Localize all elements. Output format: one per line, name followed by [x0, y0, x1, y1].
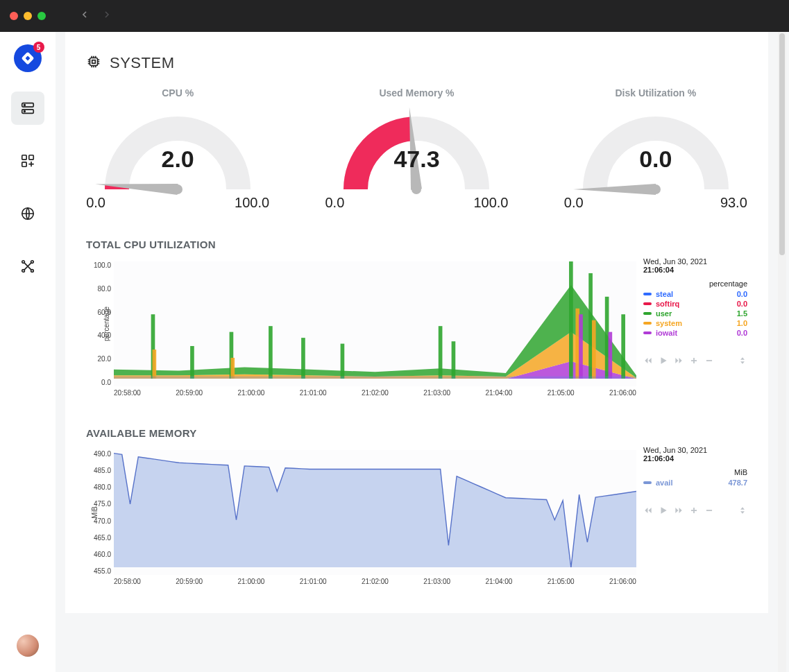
gauge-max: 100.0 [235, 195, 269, 211]
svg-point-17 [173, 184, 183, 194]
zoom-in-button[interactable] [689, 506, 699, 517]
sidebar-item-nodes[interactable] [11, 92, 44, 125]
y-ticks: 490.0485.0480.0475.0470.0465.0460.0455.0 [86, 450, 111, 575]
svg-rect-40 [114, 377, 636, 379]
legend-item[interactable]: iowait0.0 [643, 328, 747, 338]
svg-point-3 [24, 105, 25, 106]
gauge-value: 0.0 [552, 146, 760, 173]
chart-title: AVAILABLE MEMORY [86, 427, 747, 439]
svg-rect-8 [22, 162, 26, 166]
gauge-min: 0.0 [86, 195, 105, 211]
legend-date: Wed, Jun 30, 2021 [643, 257, 747, 266]
svg-rect-31 [153, 350, 157, 379]
legend-item[interactable]: softirq0.0 [643, 299, 747, 309]
gauge-memory: Used Memory % 47.3 0.0 100.0 [312, 87, 520, 211]
brand-logo[interactable]: 5 [14, 44, 42, 72]
rewind-button[interactable] [643, 356, 653, 367]
svg-rect-39 [452, 341, 456, 379]
svg-marker-16 [95, 184, 178, 195]
svg-point-11 [31, 261, 33, 264]
legend-time: 21:06:04 [643, 454, 747, 463]
sidebar-item-web[interactable] [11, 197, 44, 230]
svg-rect-28 [609, 332, 613, 379]
main-content: SYSTEM CPU % 2.0 0.0 100.0 Used Memory %… [56, 32, 789, 672]
nav-forward-button[interactable] [101, 9, 112, 23]
chart-plot-area[interactable]: percentage 100.080.060.040.020.00.0 [114, 261, 636, 386]
svg-rect-38 [439, 326, 443, 379]
svg-rect-15 [92, 60, 96, 64]
svg-point-21 [651, 184, 661, 194]
chart-cpu-utilization: TOTAL CPU UTILIZATION percentage 100.080… [65, 225, 768, 397]
legend-unit: MiB [643, 468, 747, 476]
nav-arrows [79, 9, 112, 23]
window-close-button[interactable] [10, 12, 18, 20]
sidebar: 5 [0, 32, 56, 672]
legend-item[interactable]: avail478.7 [643, 478, 747, 488]
svg-point-10 [22, 261, 24, 264]
gauge-min: 0.0 [564, 195, 584, 211]
sidebar-item-network[interactable] [11, 250, 44, 283]
chart-controls [643, 356, 747, 367]
nav-back-button[interactable] [79, 9, 90, 23]
gauge-value: 2.0 [74, 146, 282, 173]
svg-rect-24 [579, 314, 583, 379]
legend-item[interactable]: user1.5 [643, 309, 747, 318]
cpu-icon [86, 54, 101, 72]
window-titlebar [0, 0, 789, 32]
chart-legend: Wed, Jun 30, 2021 21:06:04 MiB avail478.… [643, 446, 747, 585]
legend-item[interactable]: system1.0 [643, 318, 747, 328]
avatar[interactable] [17, 635, 39, 657]
zoom-out-button[interactable] [704, 506, 714, 517]
scrollbar-thumb[interactable] [779, 33, 785, 255]
window-minimize-button[interactable] [24, 12, 32, 20]
svg-rect-7 [28, 155, 33, 160]
svg-rect-37 [341, 344, 345, 379]
zoom-in-button[interactable] [689, 356, 699, 367]
legend-unit: percentage [643, 279, 747, 288]
gauge-disk: Disk Utilization % 0.0 0.0 93.0 [552, 87, 760, 211]
chart-controls [643, 506, 747, 517]
svg-rect-32 [190, 346, 194, 379]
svg-point-13 [31, 270, 33, 273]
legend-time: 21:06:04 [643, 266, 747, 274]
svg-rect-36 [301, 338, 305, 379]
gauge-cpu: CPU % 2.0 0.0 100.0 [74, 87, 282, 211]
svg-point-12 [22, 270, 24, 273]
window-controls [10, 12, 46, 20]
svg-rect-6 [22, 155, 26, 160]
svg-rect-22 [569, 261, 573, 379]
svg-rect-34 [230, 358, 235, 379]
forward-button[interactable] [674, 506, 684, 517]
x-ticks: 20:58:0020:59:0021:00:0021:01:0021:02:00… [114, 578, 636, 585]
svg-rect-14 [90, 58, 98, 66]
window-maximize-button[interactable] [37, 12, 46, 20]
svg-rect-35 [269, 326, 273, 379]
zoom-out-button[interactable] [704, 356, 714, 367]
svg-rect-26 [592, 320, 596, 379]
gauge-value: 47.3 [312, 146, 520, 173]
play-button[interactable] [659, 356, 668, 367]
gauge-min: 0.0 [325, 195, 344, 211]
scrollbar[interactable] [778, 32, 786, 672]
rewind-button[interactable] [643, 506, 653, 517]
sort-button[interactable] [738, 356, 747, 367]
chart-plot-area[interactable]: MiB 490.0485.0480.0475.0470.0465.0460.04… [114, 450, 636, 575]
notification-badge: 5 [33, 42, 44, 53]
section-title: SYSTEM [110, 54, 174, 72]
chart-available-memory: AVAILABLE MEMORY MiB 490.0485.0480.0475.… [65, 413, 768, 585]
play-button[interactable] [659, 506, 668, 517]
forward-button[interactable] [674, 356, 684, 367]
svg-rect-29 [621, 314, 625, 379]
chart-legend: Wed, Jun 30, 2021 21:06:04 percentage st… [643, 257, 747, 397]
chart-title: TOTAL CPU UTILIZATION [86, 239, 747, 250]
sidebar-item-dashboards[interactable] [11, 144, 44, 178]
legend-item[interactable]: steal0.0 [643, 289, 747, 299]
sort-button[interactable] [738, 506, 747, 517]
svg-point-5 [24, 111, 25, 112]
gauge-row: CPU % 2.0 0.0 100.0 Used Memory % 47.3 0… [65, 87, 768, 225]
svg-point-19 [412, 184, 421, 194]
y-ticks: 100.080.060.040.020.00.0 [86, 261, 111, 386]
x-ticks: 20:58:0020:59:0021:00:0021:01:0021:02:00… [114, 389, 636, 397]
gauge-max: 100.0 [473, 195, 508, 211]
gauge-max: 93.0 [720, 195, 747, 211]
